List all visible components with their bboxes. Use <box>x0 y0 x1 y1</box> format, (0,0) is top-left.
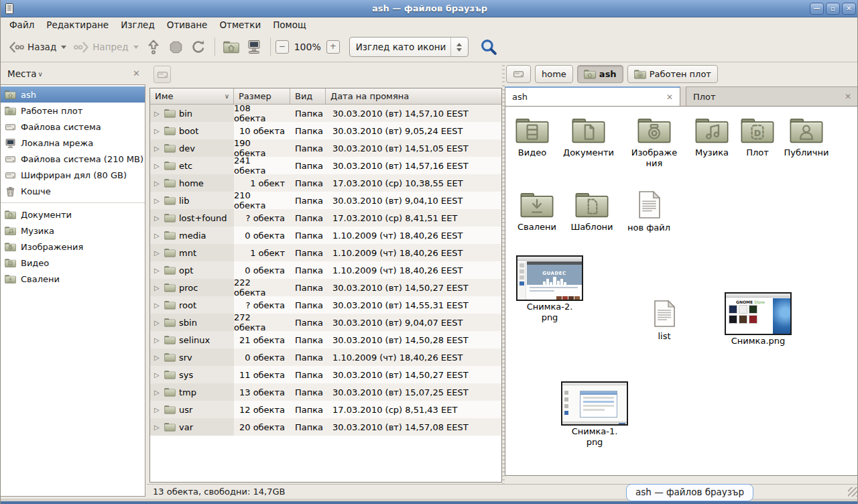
sidebar-item-видео[interactable]: Видео <box>1 255 145 271</box>
menu-item-6[interactable]: Помощ <box>267 18 312 32</box>
table-row-sbin[interactable]: ▷sbin272 обектаПапка30.03.2010 (вт) 9,04… <box>150 314 501 331</box>
sidebar-item-музика[interactable]: Музика <box>1 223 145 239</box>
icon-item-плот[interactable]: DПлот <box>732 116 783 158</box>
sidebar-item-файлова-система-210-mb-[interactable]: Файлова система (210 MB) <box>1 151 145 167</box>
pane-location-button[interactable] <box>154 66 171 83</box>
maximize-button[interactable]: ▫ <box>826 3 840 15</box>
zoom-out-button[interactable]: − <box>275 40 289 54</box>
menu-item-3[interactable]: Изглед <box>115 18 161 32</box>
sidebar-item-кошче[interactable]: Кошче <box>1 183 145 199</box>
sidebar-item-работен-плот[interactable]: DРаботен плот <box>1 103 145 119</box>
icon-item-документи[interactable]: Документи <box>563 116 614 158</box>
search-button[interactable] <box>477 36 501 59</box>
expander-icon[interactable]: ▷ <box>154 214 161 222</box>
menu-item-4[interactable]: Отиване <box>161 18 214 32</box>
back-dropdown-icon[interactable] <box>61 46 66 49</box>
expander-icon[interactable]: ▷ <box>154 319 161 326</box>
forward-button[interactable]: Напред <box>70 37 141 58</box>
expander-icon[interactable]: ▷ <box>154 371 161 379</box>
menu-item-5[interactable]: Отметки <box>213 18 267 32</box>
icon-item-шаблони[interactable]: Шаблони <box>564 190 620 233</box>
column-header-0[interactable]: Име∨ <box>150 88 234 104</box>
menu-item-2[interactable]: Редактиране <box>40 18 115 32</box>
sidebar-item-ash[interactable]: ash <box>1 86 145 103</box>
breadcrumb-home[interactable]: home <box>535 65 573 83</box>
table-row-dev[interactable]: ▷dev190 обектаПапка30.03.2010 (вт) 14,51… <box>150 139 501 157</box>
expander-icon[interactable]: ▷ <box>154 267 161 274</box>
expander-icon[interactable]: ▷ <box>154 197 161 204</box>
sidebar-item-файлова-система[interactable]: Файлова система <box>1 119 145 135</box>
reload-button[interactable] <box>187 36 210 58</box>
column-header-2[interactable]: Вид <box>290 88 326 104</box>
file-item--2-png[interactable]: GUADECСнимка-2.png <box>515 255 584 324</box>
table-row-boot[interactable]: ▷boot10 обектаПапка30.03.2010 (вт) 9,05,… <box>150 122 501 139</box>
table-row-usr[interactable]: ▷usr12 обектаПапка17.03.2010 (ср) 8,51,4… <box>150 401 501 418</box>
sidebar-item-шифриран-дял-80-gb-[interactable]: Шифриран дял (80 GB) <box>1 167 145 183</box>
table-row-bin[interactable]: ▷bin108 обектаПапка30.03.2010 (вт) 14,57… <box>150 105 501 122</box>
forward-dropdown-icon[interactable] <box>133 46 139 49</box>
up-button[interactable] <box>142 36 165 58</box>
expander-icon[interactable]: ▷ <box>154 127 161 135</box>
table-row-mnt[interactable]: ▷mnt1 обектПапка1.10.2009 (чт) 18,40,26 … <box>150 244 501 261</box>
table-row-sys[interactable]: ▷sys11 обектаПапка30.03.2010 (вт) 14,50,… <box>150 366 501 383</box>
breadcrumb-Работен плот[interactable]: DРаботен плот <box>627 65 718 83</box>
icon-item-видео[interactable]: Видео <box>507 116 558 158</box>
table-row-tmp[interactable]: ▷tmp13 обектаПапка30.03.2010 (вт) 15,07,… <box>150 383 501 401</box>
sidebar-item-свалени[interactable]: Свалени <box>1 271 145 287</box>
stop-button[interactable] <box>165 37 187 58</box>
column-header-1[interactable]: Размер <box>234 88 290 104</box>
table-row-root[interactable]: ▷root? обектаПапка30.03.2010 (вт) 14,55,… <box>150 296 501 314</box>
sidebar-title[interactable]: Места <box>7 68 37 79</box>
table-row-var[interactable]: ▷var20 обектаПапка30.03.2010 (вт) 14,57,… <box>150 418 501 436</box>
table-row-lib[interactable]: ▷lib210 обектаПапка30.03.2010 (вт) 9,04,… <box>150 192 501 209</box>
expander-icon[interactable]: ▷ <box>154 232 161 239</box>
table-row-lost+found[interactable]: ▷lost+found? обектаПапка17.03.2010 (ср) … <box>150 209 501 227</box>
icon-item-изображения[interactable]: Изображения <box>629 116 680 170</box>
column-header-3[interactable]: Дата на промяна <box>326 88 501 104</box>
table-row-media[interactable]: ▷media0 обектаПапка1.10.2009 (чт) 18,40,… <box>150 227 501 244</box>
expander-icon[interactable]: ▷ <box>154 162 161 170</box>
table-row-home[interactable]: ▷home1 обектПапка17.03.2010 (ср) 10,38,5… <box>150 174 501 192</box>
expander-icon[interactable]: ▷ <box>154 145 161 152</box>
menu-item-1[interactable]: Файл <box>3 18 40 32</box>
sidebar-close-icon[interactable]: ✕ <box>133 68 140 78</box>
sidebar-item-изображения[interactable]: Изображения <box>1 239 145 255</box>
tab-ash[interactable]: ash ✕ <box>505 86 680 106</box>
back-button[interactable]: Назад <box>5 37 70 58</box>
file-item-list[interactable]: list <box>641 300 688 342</box>
table-row-srv[interactable]: ▷srv0 обектаПапка1.10.2009 (чт) 18,40,26… <box>150 349 501 366</box>
expander-icon[interactable]: ▷ <box>154 336 161 344</box>
icon-item-музика[interactable]: Музика <box>686 116 737 158</box>
expander-icon[interactable]: ▷ <box>154 354 161 361</box>
icon-item-нов-файл[interactable]: нов файл <box>621 190 677 233</box>
tab-close-icon[interactable]: ✕ <box>845 92 851 101</box>
expander-icon[interactable]: ▷ <box>154 284 161 292</box>
expander-icon[interactable]: ▷ <box>154 389 161 396</box>
table-row-opt[interactable]: ▷opt0 обектаПапка1.10.2009 (чт) 18,40,26… <box>150 261 501 279</box>
breadcrumb-ash[interactable]: ash <box>577 65 623 83</box>
icon-item-публични[interactable]: Публични <box>781 116 832 158</box>
icon-item-свалени[interactable]: Свалени <box>509 190 565 233</box>
resize-grip[interactable] <box>848 487 857 497</box>
sidebar-item-документи[interactable]: Документи <box>1 206 145 223</box>
tab-close-icon[interactable]: ✕ <box>666 92 673 102</box>
view-mode-select[interactable]: Изглед като икони <box>349 37 469 57</box>
expander-icon[interactable]: ▷ <box>154 249 161 257</box>
computer-button[interactable] <box>243 36 265 58</box>
view-mode-spinner[interactable] <box>450 38 468 56</box>
file-item--png[interactable]: GNOME StoreСнимка.png <box>724 292 792 346</box>
expander-icon[interactable]: ▷ <box>154 110 161 117</box>
zoom-in-button[interactable]: + <box>326 40 340 54</box>
expander-icon[interactable]: ▷ <box>154 406 161 414</box>
table-row-proc[interactable]: ▷proc222 обектаПапка30.03.2010 (вт) 14,5… <box>150 279 501 296</box>
expander-icon[interactable]: ▷ <box>154 302 161 309</box>
breadcrumb-root[interactable] <box>506 65 531 83</box>
sidebar-item-локална-мрежа[interactable]: Локална мрежа <box>1 135 145 151</box>
expander-icon[interactable]: ▷ <box>154 180 161 187</box>
close-button[interactable]: ✕ <box>842 3 856 15</box>
expander-icon[interactable]: ▷ <box>154 424 161 431</box>
file-item--1-png[interactable]: Снимка-1.png <box>560 381 629 448</box>
tab-plot[interactable]: Плот ✕ <box>686 86 858 106</box>
chevron-down-icon[interactable]: ∨ <box>38 70 43 78</box>
table-row-selinux[interactable]: ▷selinux21 обектаПапка30.03.2010 (вт) 14… <box>150 331 501 349</box>
